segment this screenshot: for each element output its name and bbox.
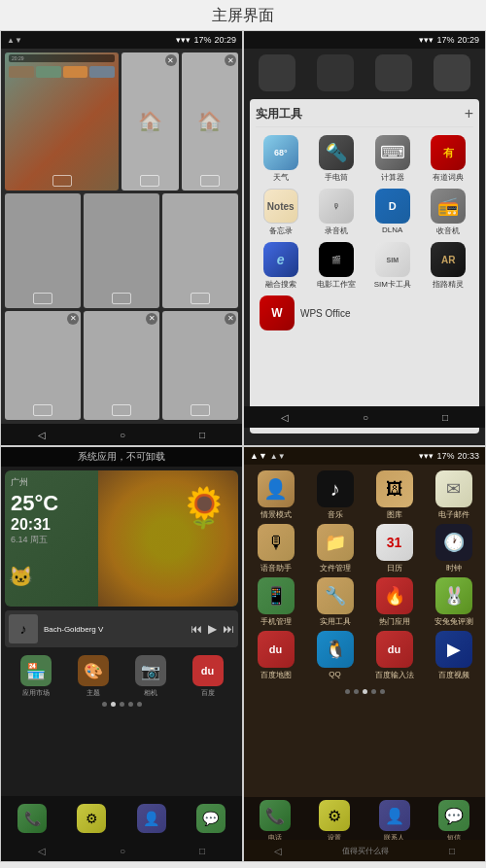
mini-screen-4[interactable] [5, 193, 81, 307]
recents-btn-tr[interactable]: □ [442, 412, 448, 423]
dock-phone-bl[interactable]: 📞 [4, 804, 60, 833]
mini-screen-9[interactable]: ✕ [162, 311, 238, 420]
tools-icon: 🔧 [317, 577, 354, 614]
home-btn-1[interactable] [52, 175, 72, 187]
dock-app-baidu[interactable]: du 百度 [181, 655, 234, 698]
app-item-sim[interactable]: SIM SIM卡工具 [367, 242, 418, 290]
app-item-torch[interactable]: 🔦 手电筒 [312, 135, 363, 183]
app-label-wps: WPS Office [300, 308, 351, 319]
home-btn-8[interactable] [112, 404, 131, 416]
mini-screen-1[interactable]: 20:29 [5, 52, 119, 191]
app-bg: ▾▾▾ 17% 20:29 实用工具 + [244, 31, 485, 428]
time-br: 20:33 [457, 451, 479, 461]
antutu-icon: 🐰 [435, 577, 472, 614]
nav-bar-tr: ◁ ○ □ [244, 406, 485, 428]
br-app-clock[interactable]: 🕐 时钟 [426, 524, 481, 573]
close-btn-3[interactable]: ✕ [225, 54, 236, 66]
home-btn-9[interactable] [191, 404, 210, 416]
br-app-ime[interactable]: du 百度输入法 [366, 631, 422, 680]
br-content: 👤 情景模式 ♪ 音乐 🖼 图库 ✉ 电子邮件 🎙 [244, 465, 485, 840]
app-item-dict[interactable]: 有 有道词典 [424, 135, 474, 183]
br-app-calendar[interactable]: 31 日历 [366, 524, 422, 573]
close-btn-7[interactable]: ✕ [67, 313, 79, 325]
next-btn[interactable]: ⏭ [223, 622, 234, 636]
recents-btn-br[interactable]: □ [449, 846, 455, 856]
dock-sms-bl[interactable]: 💬 [183, 804, 239, 833]
br-app-scene[interactable]: 👤 情景模式 [248, 470, 303, 520]
home-btn-4[interactable] [33, 293, 52, 304]
home-btn-2[interactable] [140, 175, 159, 187]
close-btn-8[interactable]: ✕ [146, 313, 157, 325]
close-btn-2[interactable]: ✕ [165, 54, 177, 66]
back-btn-tr[interactable]: ◁ [281, 412, 289, 423]
br-app-tools[interactable]: 🔧 实用工具 [307, 577, 363, 627]
bd-phone[interactable]: 📞 电话 [247, 800, 303, 843]
back-btn-tl[interactable]: ◁ [38, 430, 46, 440]
close-btn-9[interactable]: ✕ [225, 313, 236, 325]
mini-screen-8[interactable]: ✕ [84, 311, 159, 420]
home-btn-7[interactable] [33, 404, 52, 416]
home-btn-tr[interactable]: ○ [363, 412, 368, 423]
bd-settings[interactable]: ⚙ 设置 [306, 800, 363, 843]
br-app-files[interactable]: 📁 文件管理 [307, 524, 363, 573]
br-app-gallery[interactable]: 🖼 图库 [366, 470, 422, 520]
hot-label: 热门应用 [379, 616, 410, 627]
br-app-antutu[interactable]: 🐰 安兔兔评测 [426, 577, 481, 627]
weather-icon: 68° [263, 135, 298, 170]
bd-contacts[interactable]: 👤 联系人 [366, 800, 423, 843]
br-app-hot[interactable]: 🔥 热门应用 [366, 577, 422, 627]
dock-app-camera[interactable]: 📷 相机 [123, 655, 177, 698]
page-title: 主屏界面 [0, 0, 486, 30]
br-app-baiduvideo[interactable]: ▶ 百度视频 [426, 631, 481, 680]
app-item-notes[interactable]: Notes 备忘录 [256, 189, 306, 236]
dock-settings-bl[interactable]: ⚙ [63, 804, 120, 833]
play-btn[interactable]: ▶ [208, 622, 217, 636]
email-icon: ✉ [435, 470, 472, 507]
home-btn-bl[interactable]: ○ [120, 846, 125, 856]
time-tl: 20:29 [214, 35, 236, 45]
music-icon: ♪ [317, 470, 354, 507]
home-btn-tl[interactable]: ○ [120, 430, 125, 440]
mini-screen-3[interactable]: ✕ 🏠 [182, 52, 239, 191]
mini-screen-5[interactable] [84, 193, 159, 307]
drawer-add-button[interactable]: + [465, 105, 473, 122]
app-item-wps[interactable]: W [260, 295, 295, 330]
app-item-movie[interactable]: 🎬 电影工作室 [312, 242, 363, 290]
sim-icon-tl: ▲▼ [7, 36, 22, 45]
home-btn-6[interactable] [191, 293, 210, 304]
recents-btn-bl[interactable]: □ [199, 846, 205, 856]
dock-contacts-bl[interactable]: 👤 [123, 804, 180, 833]
app-item-calc[interactable]: ⌨ 计算器 [367, 135, 418, 183]
mini-screen-7[interactable]: ✕ [5, 311, 81, 420]
baidu-label: 百度 [201, 688, 215, 698]
dock-app-market[interactable]: 🏪 应用市场 [9, 655, 62, 698]
br-app-email[interactable]: ✉ 电子邮件 [426, 470, 481, 520]
dock-app-theme[interactable]: 🎨 主题 [66, 655, 120, 698]
br-app-voice[interactable]: 🎙 语音助手 [248, 524, 303, 573]
app-item-recorder[interactable]: 🎙 录音机 [312, 189, 363, 236]
battery-tl: 17% [193, 35, 211, 45]
br-app-phonemgr[interactable]: 📱 手机管理 [248, 577, 303, 627]
back-btn-bl[interactable]: ◁ [38, 846, 46, 856]
app-item-dlna[interactable]: D DLNA [367, 189, 418, 236]
theme-label: 主题 [87, 688, 100, 698]
recents-btn-tl[interactable]: □ [199, 430, 205, 440]
dict-icon: 有 [431, 135, 466, 170]
mini-screen-6[interactable] [162, 193, 238, 307]
br-app-baidumap[interactable]: du 百度地图 [248, 631, 303, 680]
widget-area: 🌻 广州 25°C 20:31 6.14 周五 🐱 ♪ Bach-Goldber… [1, 467, 242, 836]
back-btn-br[interactable]: ◁ [274, 846, 282, 856]
home-btn-5[interactable] [112, 293, 131, 304]
home-btn-3[interactable] [200, 175, 220, 187]
app-label-compass: 指路精灵 [433, 279, 464, 290]
app-item-radio[interactable]: 📻 收音机 [424, 189, 474, 236]
app-item-weather[interactable]: 68° 天气 [256, 135, 306, 183]
br-app-music[interactable]: ♪ 音乐 [307, 470, 363, 520]
mini-screen-2[interactable]: ✕ 🏠 [122, 52, 179, 191]
bd-sms[interactable]: 💬 短信 [426, 800, 482, 843]
prev-btn[interactable]: ⏮ [191, 622, 202, 636]
music-controls[interactable]: ⏮ ▶ ⏭ [191, 622, 234, 636]
app-item-search[interactable]: e 融合搜索 [256, 242, 306, 290]
app-item-compass[interactable]: AR 指路精灵 [424, 242, 474, 290]
br-app-qq[interactable]: 🐧 QQ [307, 631, 363, 680]
